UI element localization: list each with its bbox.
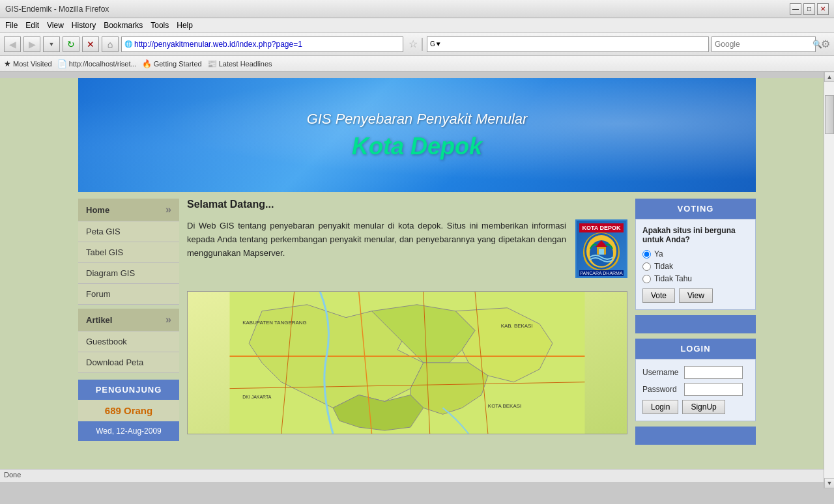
map-svg: KABUPATEN TANGERANG DKI JAKARTA KAB. BEK…	[188, 292, 627, 434]
date-value: Wed, 12-Aug-2009	[96, 427, 162, 436]
map-container: KABUPATEN TANGERANG DKI JAKARTA KAB. BEK…	[187, 291, 627, 434]
view-button[interactable]: View	[679, 288, 713, 303]
dropdown-button[interactable]: ▼	[43, 36, 60, 52]
nav-peta-label: Peta GIS	[86, 227, 121, 236]
close-button[interactable]: ✕	[817, 3, 829, 15]
home-button[interactable]: ⌂	[102, 36, 119, 52]
username-input[interactable]	[684, 366, 743, 379]
login-widget: LOGIN Username Password Login SignUp	[635, 339, 756, 445]
vote-radio-tidak[interactable]	[642, 262, 651, 271]
header-subtitle: GIS Penyebaran Penyakit Menular	[307, 111, 528, 128]
header-title: Kota Depok	[352, 133, 482, 160]
fire-icon: 🔥	[142, 59, 152, 68]
date-box: Wed, 12-Aug-2009	[78, 421, 179, 441]
login-buttons: Login SignUp	[642, 400, 749, 414]
bookmark-most-visited[interactable]: ★ Most Visited	[4, 59, 52, 68]
scrollbar[interactable]: ▲ ▼	[824, 72, 834, 482]
address-bar-wrap: 🌐	[121, 36, 403, 52]
menu-edit[interactable]: Edit	[25, 21, 39, 30]
vote-option-tidak-tahu: Tidak Tahu	[642, 274, 749, 283]
signup-button[interactable]: SignUp	[682, 400, 725, 414]
vote-button[interactable]: Vote	[642, 288, 675, 303]
nav-forum-label: Forum	[86, 289, 111, 299]
google-dropdown: G▼	[427, 36, 709, 52]
menu-bookmarks[interactable]: Bookmarks	[104, 21, 143, 30]
gear-icon[interactable]: ⚙	[821, 38, 830, 50]
menu-help[interactable]: Help	[177, 21, 193, 30]
search-input[interactable]	[715, 40, 812, 49]
nav-home-label: Home	[86, 205, 109, 215]
nav-item-home[interactable]: Home »	[78, 199, 179, 221]
bookmark-star-icon[interactable]: ☆	[409, 38, 418, 50]
bookmark-getting-started[interactable]: 🔥 Getting Started	[142, 59, 202, 68]
scroll-down-button[interactable]: ▼	[824, 478, 834, 482]
bookmark-getting-started-label: Getting Started	[154, 60, 202, 68]
voting-question: Apakah situs ini berguna untuk Anda?	[642, 226, 749, 244]
login-header: LOGIN	[635, 339, 756, 359]
scroll-up-button[interactable]: ▲	[824, 72, 834, 82]
menu-history[interactable]: History	[72, 21, 96, 30]
toolbar-divider	[422, 38, 423, 51]
menu-file[interactable]: File	[5, 21, 18, 30]
nav-item-forum[interactable]: Forum	[78, 284, 179, 305]
nav-item-guestbook[interactable]: Guestbook	[78, 331, 179, 352]
window-title: GIS-Endemik - Mozilla Firefox	[5, 5, 790, 14]
svg-text:KABUPATEN TANGERANG: KABUPATEN TANGERANG	[242, 320, 306, 326]
badge-emblem	[583, 232, 620, 270]
login-button[interactable]: Login	[642, 400, 678, 414]
nav-item-tabel-gis[interactable]: Tabel GIS	[78, 242, 179, 263]
forward-button[interactable]: ▶	[23, 36, 40, 52]
refresh-button[interactable]: ↻	[63, 36, 79, 52]
nav-item-download[interactable]: Download Peta	[78, 352, 179, 373]
welcome-title: Selamat Datang...	[187, 199, 627, 210]
menu-tools[interactable]: Tools	[151, 21, 169, 30]
nav-section-main: Home » Peta GIS Tabel GIS Diagram GIS Fo…	[78, 199, 179, 305]
nav-arrow-icon: »	[165, 204, 171, 216]
vote-label-tidak-tahu: Tidak Tahu	[654, 274, 692, 283]
vote-option-tidak: Tidak	[642, 262, 749, 271]
bookmark-localhost[interactable]: 📄 http://localhost/riset...	[57, 59, 137, 68]
right-sidebar: VOTING Apakah situs ini berguna untuk An…	[635, 199, 756, 459]
password-row: Password	[642, 383, 749, 396]
back-button[interactable]: ◀	[4, 36, 21, 52]
city-badge: KOTA DEPOK	[575, 219, 627, 278]
bookmark-most-visited-label: Most Visited	[13, 60, 52, 68]
password-input[interactable]	[684, 383, 743, 396]
bookmarks-bar: ★ Most Visited 📄 http://localhost/riset.…	[0, 56, 834, 72]
nav-item-artikel[interactable]: Artikel »	[78, 309, 179, 331]
visitor-header: PENGUNJUNG	[78, 380, 179, 400]
maximize-button[interactable]: □	[803, 3, 815, 15]
password-label: Password	[642, 385, 682, 394]
stop-button[interactable]: ✕	[82, 36, 99, 52]
vote-radio-ya[interactable]	[642, 250, 651, 259]
site-header: GIS Penyebaran Penyakit Menular Kota Dep…	[78, 78, 756, 192]
nav-item-peta-gis[interactable]: Peta GIS	[78, 221, 179, 242]
nav-tabel-label: Tabel GIS	[86, 247, 123, 257]
toolbar: ◀ ▶ ▼ ↻ ✕ ⌂ 🌐 ☆ G▼ 🔍 ⚙	[0, 33, 834, 56]
vote-radio-tidak-tahu[interactable]	[642, 275, 651, 283]
scroll-thumb[interactable]	[825, 95, 834, 134]
widget-footer	[635, 427, 756, 445]
badge-label: KOTA DEPOK	[579, 223, 624, 232]
vote-option-ya: Ya	[642, 249, 749, 259]
menu-view[interactable]: View	[47, 21, 64, 30]
nav-arrow-artikel-icon: »	[165, 314, 171, 326]
status-text: Done	[4, 471, 21, 479]
minimize-button[interactable]: —	[790, 3, 801, 15]
nav-item-diagram-gis[interactable]: Diagram GIS	[78, 263, 179, 284]
address-input[interactable]	[134, 40, 400, 49]
page-icon: 🌐	[124, 40, 132, 48]
nav-section-secondary: Artikel » Guestbook Download Peta	[78, 309, 179, 373]
welcome-content: Di Web GIS tentang penyebaran penyakit m…	[187, 219, 627, 278]
bookmark-latest-headlines[interactable]: 📰 Latest Headlines	[207, 59, 272, 68]
page-wrap: GIS Penyebaran Penyakit Menular Kota Dep…	[0, 78, 834, 469]
voting-header: VOTING	[635, 199, 756, 219]
visitor-count-value: 689 Orang	[105, 405, 152, 416]
nav-download-label: Download Peta	[86, 357, 143, 367]
left-sidebar: Home » Peta GIS Tabel GIS Diagram GIS Fo…	[78, 199, 179, 459]
nav-artikel-label: Artikel	[86, 315, 112, 325]
nav-diagram-label: Diagram GIS	[86, 268, 135, 278]
svg-text:KOTA BEKASI: KOTA BEKASI	[488, 403, 521, 409]
badge-bottom: PANCARA DHARMA	[579, 270, 624, 276]
username-label: Username	[642, 368, 682, 377]
